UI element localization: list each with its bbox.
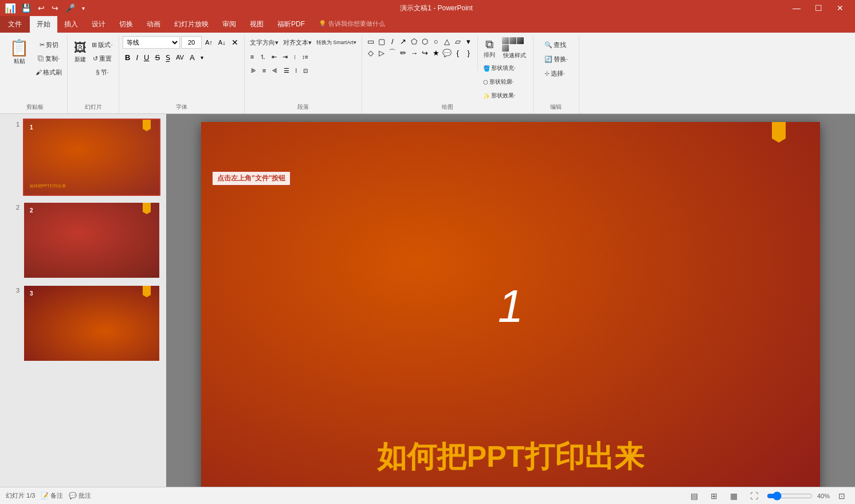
shape-triangle2[interactable]: ▷ xyxy=(376,48,387,58)
font-family-select[interactable]: 等线 xyxy=(123,36,180,49)
line-spacing-button[interactable]: ↕≡ xyxy=(300,51,311,62)
shape-rounded-rect[interactable]: ▢ xyxy=(376,36,387,46)
comments-button[interactable]: 💬 批注 xyxy=(69,491,91,500)
window-minimize-button[interactable]: — xyxy=(786,2,807,14)
strikethrough-button[interactable]: S xyxy=(152,52,162,63)
paste-button[interactable]: 📋 粘贴 xyxy=(6,36,33,68)
shape-callout[interactable]: 💬 xyxy=(442,48,452,58)
shape-circle[interactable]: ○ xyxy=(431,36,441,46)
zoom-slider[interactable] xyxy=(767,492,813,500)
slide-thumb-2[interactable]: 2 xyxy=(23,202,160,279)
shape-curve[interactable]: ⌒ xyxy=(387,48,398,58)
arrange-button[interactable]: ⧉ 排列 xyxy=(481,36,497,61)
shape-arrow[interactable]: ↗ xyxy=(398,36,409,46)
tab-file[interactable]: 文件 xyxy=(0,16,30,33)
slide-thumb-1[interactable]: 1 如何把PPT打印出来 xyxy=(23,119,160,196)
font-content: 等线 A↑ A↓ ✕ B I U S S̲ AV A ▾ xyxy=(123,36,241,102)
reset-button[interactable]: ↺ 重置 xyxy=(90,52,114,65)
decrease-indent-button[interactable]: ⇤ xyxy=(269,51,279,62)
numbering-button[interactable]: ⒈ xyxy=(257,51,268,62)
tab-view[interactable]: 视图 xyxy=(243,16,270,33)
tab-design[interactable]: 设计 xyxy=(85,16,112,33)
bold-button[interactable]: B xyxy=(123,52,132,63)
select-button[interactable]: ⊹ 选择· xyxy=(543,67,567,80)
shape-outline-button[interactable]: ⬡ 形状轮廓· xyxy=(481,76,530,88)
shape-freeform[interactable]: ✏ xyxy=(398,48,409,58)
shape-pentagon[interactable]: ⬠ xyxy=(409,36,419,46)
shape-fill-button[interactable]: 🪣 形状填充· xyxy=(481,62,530,74)
underline-button[interactable]: U xyxy=(142,52,151,63)
font-size-input[interactable] xyxy=(181,36,202,49)
tab-home[interactable]: 开始 xyxy=(30,16,57,33)
view-slideshow-button[interactable]: ⛶ xyxy=(746,490,762,502)
shape-bent-arrow[interactable]: ↪ xyxy=(420,48,430,58)
slide-item-1[interactable]: 1 1 如何把PPT打印出来 xyxy=(11,119,166,196)
section-button[interactable]: § 节· xyxy=(90,66,114,78)
align-text-button[interactable]: 对齐文本▾ xyxy=(281,36,313,49)
slide-item-3[interactable]: 3 3 xyxy=(11,285,166,362)
format-painter-button[interactable]: 🖌 格式刷 xyxy=(34,66,64,78)
slide-item-2[interactable]: 2 2 xyxy=(11,202,166,279)
increase-indent-button[interactable]: ⇥ xyxy=(280,51,290,62)
para-expand-button[interactable]: ⊡ xyxy=(301,65,310,76)
italic-button[interactable]: I xyxy=(134,52,140,63)
quick-access-dropdown[interactable]: ▾ xyxy=(80,4,87,13)
quick-access-mic[interactable]: 🎤 xyxy=(64,2,77,14)
justify-button[interactable]: ☰ xyxy=(281,65,292,76)
distribute-button[interactable]: ⁞ xyxy=(293,65,300,76)
view-slide-sorter-button[interactable]: ⊞ xyxy=(707,490,721,502)
replace-button[interactable]: 🔄 替换· xyxy=(543,53,570,65)
layout-button[interactable]: ⊞ 版式· xyxy=(90,38,114,51)
clipboard-label: 剪贴板 xyxy=(6,102,64,111)
bullets-button[interactable]: ≡ xyxy=(248,51,256,62)
shape-star[interactable]: ★ xyxy=(431,48,441,58)
align-center-button[interactable]: ≡ xyxy=(260,65,268,76)
shape-effects-button[interactable]: ✨ 形状效果· xyxy=(481,89,530,102)
tab-animations[interactable]: 动画 xyxy=(140,16,167,33)
shape-triangle[interactable]: △ xyxy=(442,36,452,46)
shape-diamond[interactable]: ◇ xyxy=(366,48,376,58)
smartart-button[interactable]: 转换为 SmartArt▾ xyxy=(315,36,358,49)
paragraph-content: 文字方向▾ 对齐文本▾ 转换为 SmartArt▾ ≡ ⒈ ⇤ ⇥ ⫶ ↕≡ ⫸… xyxy=(248,36,358,102)
quick-access-undo[interactable]: ↩ xyxy=(36,2,46,14)
shadow-button[interactable]: S̲ xyxy=(163,52,172,63)
columns-button[interactable]: ⫶ xyxy=(291,51,299,62)
shape-line[interactable]: / xyxy=(387,36,398,46)
copy-button[interactable]: ⿻ 复制· xyxy=(34,52,64,65)
font-size-increase-button[interactable]: A↑ xyxy=(203,37,215,48)
quick-access-redo[interactable]: ↪ xyxy=(50,2,60,14)
notes-button[interactable]: 📝 备注 xyxy=(41,491,63,500)
tab-insert[interactable]: 插入 xyxy=(57,16,85,33)
window-maximize-button[interactable]: ☐ xyxy=(808,2,829,14)
shape-right-arrow[interactable]: → xyxy=(409,48,419,58)
view-normal-button[interactable]: ▤ xyxy=(687,490,702,502)
quick-styles-button[interactable]: 快速样式 xyxy=(500,36,530,61)
shape-bracket[interactable]: } xyxy=(464,48,474,58)
slide-thumb-3[interactable]: 3 xyxy=(23,285,160,362)
window-close-button[interactable]: ✕ xyxy=(830,2,850,14)
tab-foxitpdf[interactable]: 福昕PDF xyxy=(270,16,312,33)
new-slide-button[interactable]: 🖼 新建 xyxy=(72,36,89,68)
shape-parallelogram[interactable]: ▱ xyxy=(453,36,463,46)
shapes-more[interactable]: ▾ xyxy=(464,36,474,46)
fit-window-button[interactable]: ⊡ xyxy=(834,490,849,502)
font-dropdown-button[interactable]: ▾ xyxy=(198,52,206,63)
text-direction-button[interactable]: 文字方向▾ xyxy=(248,36,280,49)
shape-hexagon[interactable]: ⬡ xyxy=(420,36,430,46)
clear-format-button[interactable]: ✕ xyxy=(229,37,241,48)
font-size-decrease-button[interactable]: A↓ xyxy=(216,37,228,48)
align-left-button[interactable]: ⫸ xyxy=(248,65,259,76)
align-right-button[interactable]: ⫷ xyxy=(269,65,280,76)
quick-access-save[interactable]: 💾 xyxy=(19,2,33,14)
find-button[interactable]: 🔍 查找 xyxy=(543,38,568,51)
cut-button[interactable]: ✂ 剪切 xyxy=(34,38,64,51)
tab-slideshow[interactable]: 幻灯片放映 xyxy=(167,16,215,33)
shape-brace[interactable]: { xyxy=(453,48,463,58)
tab-transitions[interactable]: 切换 xyxy=(112,16,140,33)
font-color-button[interactable]: A xyxy=(187,52,197,63)
char-spacing-button[interactable]: AV xyxy=(174,52,186,63)
view-reading-button[interactable]: ▦ xyxy=(726,490,742,502)
tab-tell-me[interactable]: 💡 告诉我你想要做什么 xyxy=(312,16,392,33)
shape-rect[interactable]: ▭ xyxy=(366,36,376,46)
tab-review[interactable]: 审阅 xyxy=(215,16,243,33)
